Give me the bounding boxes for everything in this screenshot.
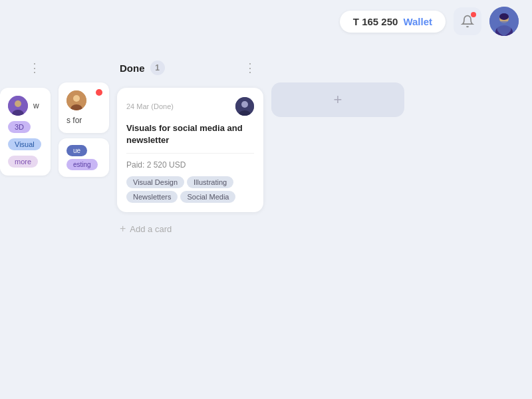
tag-esting: esting <box>66 159 98 170</box>
avatar-image <box>489 7 519 36</box>
svg-point-11 <box>241 101 248 108</box>
svg-point-8 <box>73 95 80 102</box>
done-column-menu-button[interactable]: ⋮ <box>239 57 261 78</box>
done-column-title: Done <box>120 63 145 74</box>
tag-illustrating: Illustrating <box>187 176 233 188</box>
partial-tags: ue <box>66 145 101 156</box>
partial-card-title: w <box>33 101 39 110</box>
tag-newsletters: Newsletters <box>126 191 178 203</box>
notification-dot <box>471 12 476 17</box>
add-column: + <box>271 53 404 117</box>
card-title: Visuals for social media and newsletter <box>126 122 254 146</box>
column-partial-left: ⋮ w 3D Visual more <box>0 53 51 176</box>
done-column-header: Done 1 ⋮ <box>117 53 263 82</box>
tag-row-more: more <box>8 156 43 168</box>
header: T 165 250 Wallet <box>0 0 532 43</box>
wallet-label: Wallet <box>403 16 432 27</box>
notification-indicator <box>96 89 102 96</box>
tag-visual-design: Visual Design <box>126 176 184 188</box>
partial-card-2: s for <box>59 82 109 133</box>
add-card-icon: + <box>120 223 126 235</box>
board: ⋮ w 3D Visual more <box>0 43 532 399</box>
tag-social-media: Social Media <box>180 191 235 203</box>
tag-3d: 3D <box>8 121 31 133</box>
card-avatar-row: w <box>8 96 43 116</box>
card-date: 24 Mar (Done) <box>126 102 174 110</box>
column-menu-button[interactable]: ⋮ <box>24 57 45 78</box>
add-card-label: Add a card <box>130 224 172 234</box>
wallet-pill[interactable]: T 165 250 Wallet <box>340 11 446 33</box>
partial-card-1: w 3D Visual more <box>0 88 51 176</box>
tag-row: 3D <box>8 121 43 133</box>
card-paid: Paid: 2 520 USD <box>126 160 254 170</box>
card-avatar-2 <box>66 90 86 110</box>
svg-point-3 <box>499 13 509 20</box>
partial-card-3: ue esting <box>59 138 109 177</box>
card-divider <box>126 153 254 154</box>
card-assignee-avatar <box>235 97 254 116</box>
partial-card-2-title: s for <box>66 116 101 125</box>
user-avatar[interactable] <box>489 7 519 36</box>
task-card-visuals: 24 Mar (Done) Visuals for social media a… <box>117 88 263 212</box>
add-column-icon: + <box>334 91 342 108</box>
red-dot <box>96 89 102 96</box>
tag-row-2: Visual <box>8 138 43 150</box>
column-title-row: Done 1 <box>120 61 165 75</box>
card-top-row: 24 Mar (Done) <box>126 97 254 116</box>
add-card-button[interactable]: + Add a card <box>117 217 263 240</box>
notification-button[interactable] <box>454 7 481 35</box>
column-header-partial: ⋮ <box>0 53 51 82</box>
done-count-badge: 1 <box>150 61 165 75</box>
card-tags: Visual Design Illustrating Newsletters S… <box>126 176 254 203</box>
column-done: Done 1 ⋮ 24 Mar (Done) Visuals for socia… <box>117 53 263 240</box>
tag-visual: Visual <box>8 138 41 150</box>
card-avatar <box>8 96 28 116</box>
partial-tags-2: esting <box>66 159 101 170</box>
more-tags-button[interactable]: more <box>8 156 38 168</box>
svg-point-5 <box>15 100 21 107</box>
column-partial-second: s for ue esting <box>59 53 109 177</box>
wallet-amount: T 165 250 <box>353 16 398 27</box>
tag-ue: ue <box>66 145 87 156</box>
add-column-button[interactable]: + <box>271 82 404 117</box>
